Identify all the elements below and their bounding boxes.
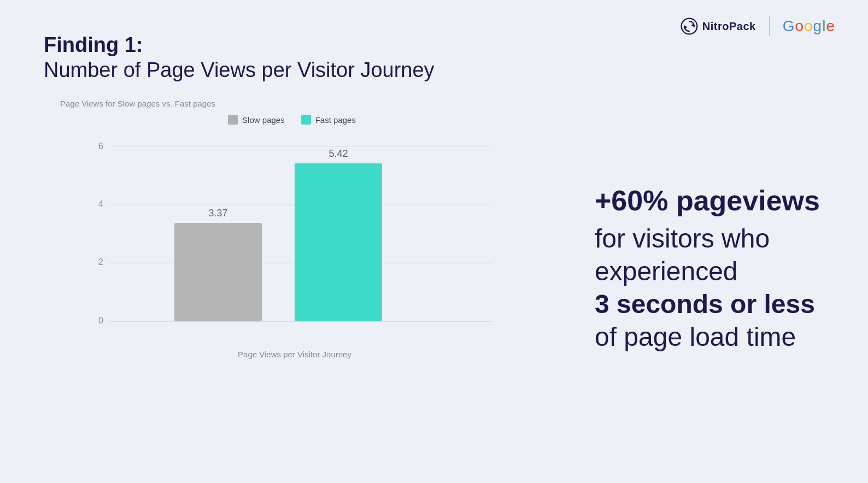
finding-label: Finding 1: [44,33,824,58]
stat-line3: experienced [595,255,824,288]
svg-text:2: 2 [98,257,103,267]
stat-line5: of page load time [595,321,824,354]
legend-slow: Slow pages [228,115,285,125]
svg-text:3.37: 3.37 [208,208,227,219]
legend-fast-color [301,115,311,125]
legend-slow-label: Slow pages [242,115,285,125]
finding-subtitle: Number of Page Views per Visitor Journey [44,58,824,83]
nitropack-text: NitroPack [702,20,756,33]
stat-line2: for visitors who [595,222,824,255]
stats-section: +60% pageviews for visitors who experien… [562,99,824,461]
nitropack-logo: NitroPack [679,16,756,36]
chart-x-label: Page Views per Visitor Journey [49,350,540,359]
google-logo: Google [783,17,835,35]
page-container: NitroPack Google Finding 1: Number of Pa… [0,0,868,483]
bar-fast [295,163,382,321]
title-section: Finding 1: Number of Page Views per Visi… [44,33,824,83]
legend-fast-label: Fast pages [315,115,356,125]
svg-marker-1 [691,23,694,27]
svg-text:4: 4 [98,199,103,209]
bar-chart: 6 4 2 0 3.37 5.42 [49,136,540,343]
svg-marker-2 [684,25,687,29]
chart-title: Page Views for Slow pages vs. Fast pages [60,99,540,108]
svg-text:0: 0 [98,316,103,325]
nitropack-icon [679,16,699,36]
chart-area: 6 4 2 0 3.37 5.42 Page Views per Visitor… [49,136,540,461]
bar-slow [174,223,262,321]
main-content: Page Views for Slow pages vs. Fast pages… [44,99,824,461]
chart-section: Page Views for Slow pages vs. Fast pages… [44,99,540,461]
logos-area: NitroPack Google [679,16,835,36]
legend-slow-color [228,115,238,125]
stat-line4: 3 seconds or less [595,288,824,321]
stat-headline: +60% pageviews [595,185,824,217]
svg-text:6: 6 [98,142,103,151]
logo-divider [769,16,770,36]
legend-fast: Fast pages [301,115,356,125]
svg-text:5.42: 5.42 [329,148,348,159]
chart-legend: Slow pages Fast pages [44,115,540,125]
